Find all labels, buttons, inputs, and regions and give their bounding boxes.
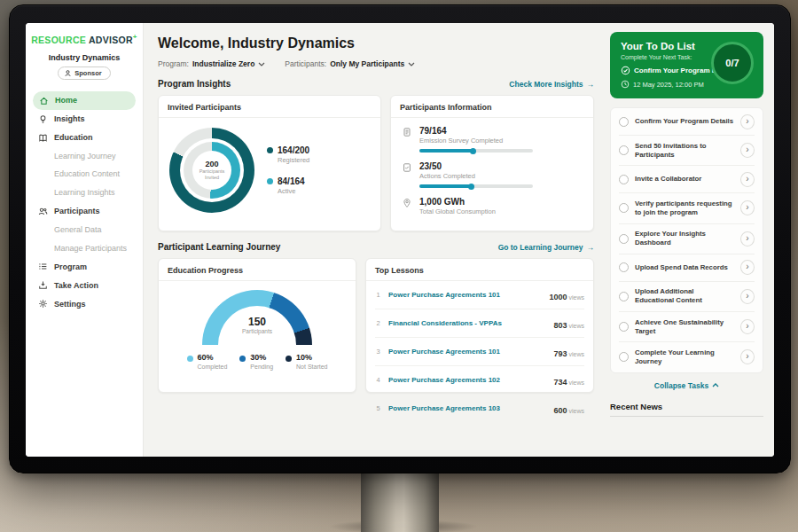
task-checkbox[interactable] [619, 292, 629, 301]
task-row-upload-educational-content[interactable]: Upload Additional Educational Content › [619, 282, 755, 312]
chevron-right-icon[interactable]: › [740, 231, 755, 246]
chevron-right-icon[interactable]: › [740, 289, 755, 304]
main-content: Welcome, Industry Dynamics Program: Indu… [144, 23, 603, 457]
lesson-views-count: 734 [553, 378, 567, 387]
task-row-invite-collaborator[interactable]: Invite a Collaborator › [619, 166, 755, 193]
sidebar-item-insights[interactable]: Insights [26, 110, 143, 129]
lesson-views: 803views [553, 316, 584, 332]
sidebar-item-program[interactable]: Program [26, 257, 143, 276]
task-checkbox[interactable] [619, 262, 629, 272]
sidebar-item-label: Education [54, 133, 93, 143]
pending-label: Pending [250, 364, 273, 370]
task-checkbox[interactable] [619, 234, 629, 244]
task-row-send-invitations[interactable]: Send 50 Invitations to Participants › [619, 136, 755, 166]
learning-journey-header: Participant Learning Journey Go to Learn… [158, 242, 594, 252]
sponsor-badge[interactable]: Sponsor [58, 66, 110, 80]
sidebar-item-manage-participants[interactable]: Manage Participants [26, 239, 143, 258]
task-row-confirm-program[interactable]: Confirm Your Program Details › [619, 108, 755, 136]
chevron-right-icon[interactable]: › [740, 114, 755, 129]
lesson-views-word: views [568, 294, 584, 301]
task-row-complete-learning-journey[interactable]: Complete Your Learning Journey › [619, 342, 755, 372]
lesson-views: 734views [553, 372, 584, 388]
lesson-link[interactable]: Power Purchase Agreements 102 [388, 376, 546, 384]
pending-dot [239, 356, 246, 362]
lesson-rank: 3 [375, 348, 381, 356]
lesson-link[interactable]: Power Purchase Agreements 101 [388, 348, 546, 356]
sidebar-item-learning-insights[interactable]: Learning Insights [26, 184, 143, 202]
sidebar-item-take-action[interactable]: Take Action [26, 276, 143, 294]
book-icon [38, 133, 48, 143]
sidebar-item-general-data[interactable]: General Data [26, 221, 143, 239]
program-filter[interactable]: Program: Industrialize Zero [158, 59, 265, 68]
chevron-right-icon[interactable]: › [740, 319, 755, 334]
lesson-views-count: 1000 [549, 293, 567, 301]
task-checkbox[interactable] [619, 203, 629, 213]
lesson-rank: 1 [375, 291, 381, 299]
go-to-learning-journey-link[interactable]: Go to Learning Journey → [498, 243, 594, 252]
task-row-upload-spend-data[interactable]: Upload Spend Data Records › [619, 254, 755, 282]
task-row-explore-insights[interactable]: Explore Your Insights Dashboard › [619, 224, 755, 254]
task-label: Complete Your Learning Journey [635, 348, 734, 366]
lesson-views-count: 803 [553, 321, 567, 330]
logo-resource: RESOURCE [31, 35, 86, 45]
task-checkbox[interactable] [619, 322, 629, 332]
emission-survey-label: Emission Survey Completed [419, 137, 533, 145]
sidebar-item-education[interactable]: Education [26, 129, 143, 147]
collapse-tasks-link[interactable]: Collapse Tasks [610, 373, 763, 396]
sidebar-item-home[interactable]: Home [33, 91, 136, 110]
chevron-down-icon [258, 62, 265, 66]
emission-survey-row: 79/164 Emission Survey Completed [402, 126, 583, 153]
task-checkbox[interactable] [619, 352, 629, 362]
not-started-dot [286, 356, 292, 362]
list-icon [38, 262, 48, 271]
sidebar-item-label: Education Content [54, 169, 120, 179]
sponsor-badge-label: Sponsor [74, 69, 101, 77]
chevron-right-icon[interactable]: › [740, 172, 755, 187]
lesson-row: 1 Power Purchase Agreements 101 1000view… [375, 281, 584, 309]
legend-item-active: 84/164 Active [267, 176, 309, 195]
lesson-views-word: views [568, 379, 584, 386]
registered-value: 164/200 [278, 145, 309, 155]
sidebar-item-learning-journey[interactable]: Learning Journey [26, 147, 143, 166]
participants-filter-value: Only My Participants [330, 59, 404, 68]
filters-row: Program: Industrialize Zero Participants… [158, 59, 594, 68]
chevron-right-icon[interactable]: › [740, 200, 755, 215]
consumption-label: Total Global Consumption [419, 207, 496, 215]
lesson-link[interactable]: Power Purchase Agreements 101 [388, 291, 542, 299]
actions-progress-fill [419, 184, 472, 188]
sidebar-item-settings[interactable]: Settings [26, 294, 143, 313]
chevron-right-icon[interactable]: › [740, 349, 755, 364]
program-insights-header: Program Insights Check More Insights → [158, 79, 594, 89]
task-checkbox[interactable] [619, 145, 629, 155]
actions-completed-label: Actions Completed [419, 172, 533, 180]
lesson-link[interactable]: Power Purchase Agreements 103 [388, 404, 546, 412]
top-lessons-card: Top Lessons 1 Power Purchase Agreements … [365, 258, 594, 393]
task-row-verify-participants[interactable]: Verify participants requesting to join t… [619, 193, 755, 223]
task-label: Verify participants requesting to join t… [635, 200, 734, 217]
check-more-insights-link[interactable]: Check More Insights → [509, 80, 594, 89]
legend-item-pending: 30% Pending [239, 354, 273, 370]
chevron-right-icon[interactable]: › [740, 260, 755, 275]
education-gauge: 150 Participants [202, 290, 312, 346]
sidebar-item-education-content[interactable]: Education Content [26, 165, 143, 184]
gauge-center-label: Participants [202, 328, 312, 334]
sidebar-item-participants[interactable]: Participants [26, 202, 143, 221]
pin-icon [402, 198, 412, 208]
completed-dot [187, 356, 193, 362]
program-filter-value: Industrialize Zero [192, 59, 254, 68]
chevron-up-icon [712, 383, 719, 387]
invited-donut-ring-outer: 200 Participants Invited [169, 128, 254, 213]
go-to-learning-journey-label: Go to Learning Journey [498, 243, 583, 252]
task-checkbox[interactable] [619, 117, 629, 127]
active-label: Active [278, 187, 305, 195]
recent-news-header: Recent News [610, 396, 763, 417]
todo-due-label: 12 May 2025, 12:00 PM [633, 81, 704, 89]
education-progress-title: Education Progress [159, 259, 356, 281]
survey-icon [402, 127, 412, 137]
checklist-icon [402, 162, 412, 173]
chevron-right-icon[interactable]: › [740, 143, 755, 158]
task-row-achieve-target[interactable]: Achieve One Sustainability Target › [619, 312, 755, 342]
lesson-link[interactable]: Financial Considerations - VPPAs [388, 319, 546, 327]
task-checkbox[interactable] [619, 175, 629, 184]
participants-filter[interactable]: Participants: Only My Participants [285, 59, 415, 68]
